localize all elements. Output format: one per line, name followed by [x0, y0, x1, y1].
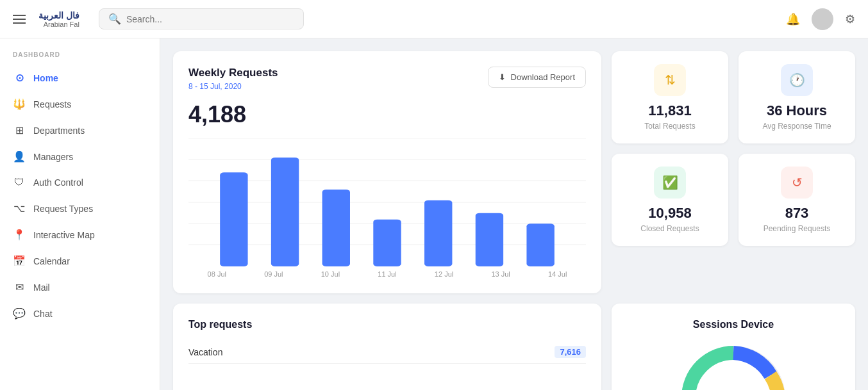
sidebar-item-mail[interactable]: ✉ Mail: [0, 274, 160, 300]
notification-icon[interactable]: 🔔: [786, 12, 800, 26]
chart-date-label: 08 Jul: [208, 270, 226, 278]
managers-icon: 👤: [13, 150, 26, 163]
search-input[interactable]: [126, 14, 294, 24]
search-icon: 🔍: [108, 13, 121, 25]
hamburger-button[interactable]: [13, 15, 26, 24]
stat-card-total-requests: ⇅ 11,831 Total Requests: [612, 51, 728, 143]
bar-5: [476, 213, 503, 266]
pending-requests-icon-wrap: ↺: [781, 167, 813, 199]
sidebar-item-label: Managers: [33, 152, 73, 162]
refresh-icon: ↺: [792, 175, 803, 190]
sidebar-item-managers[interactable]: 👤 Managers: [0, 143, 160, 170]
pending-requests-number: 873: [785, 205, 809, 222]
sessions-device-card: Sessions Device: [612, 304, 855, 390]
download-icon: ⬇: [499, 72, 506, 82]
chart-date-label: 11 Jul: [378, 270, 396, 278]
main-content: Weekly Requests 8 - 15 Jul, 2020 ⬇ Downl…: [160, 38, 868, 390]
chart-area: [188, 138, 586, 266]
total-requests-number: 11,831: [648, 102, 691, 119]
chart-date-label: 14 Jul: [548, 270, 567, 278]
sidebar-item-request-types[interactable]: ⌥ Request Types: [0, 195, 160, 222]
avg-response-icon-wrap: 🕐: [781, 64, 813, 96]
clock-icon: 🕐: [789, 72, 805, 88]
pull-request-icon: ⇅: [665, 72, 676, 88]
sessions-title: Sessions Device: [693, 319, 774, 330]
header-right: 🔔 ⚙: [786, 8, 855, 30]
home-icon: ⊙: [13, 72, 26, 84]
logo-arabic: فال العربية: [38, 10, 79, 20]
settings-icon[interactable]: ⚙: [845, 12, 855, 26]
logo: فال العربية Arabian Fal: [38, 10, 79, 28]
avatar[interactable]: [812, 8, 833, 30]
logo-english: Arabian Fal: [44, 20, 79, 28]
request-types-icon: ⌥: [13, 202, 26, 215]
request-value: 7,616: [555, 346, 586, 358]
avg-response-label: Avg Response Time: [762, 122, 831, 131]
bar-1: [271, 158, 299, 266]
search-box[interactable]: 🔍: [99, 8, 304, 29]
stats-row-1: ⇅ 11,831 Total Requests 🕐 36 Hours Avg R…: [612, 51, 855, 143]
sidebar-item-departments[interactable]: ⊞ Departments: [0, 117, 160, 143]
layout: DASHBOARD ⊙ Home 🔱 Requests ⊞ Department…: [0, 38, 868, 390]
stats-row-2: ✅ 10,958 Closed Requests ↺ 873 Peending …: [612, 154, 855, 246]
top-cards-row: Weekly Requests 8 - 15 Jul, 2020 ⬇ Downl…: [173, 51, 855, 293]
top-requests-card: Top requests Vacation 7,616: [173, 304, 601, 390]
request-name: Vacation: [188, 347, 222, 357]
sidebar-item-label: Chat: [33, 309, 53, 319]
interactive-map-icon: 📍: [13, 229, 26, 241]
top-requests-list: Vacation 7,616: [188, 341, 586, 364]
auth-control-icon: 🛡: [13, 177, 26, 188]
bottom-row: Top requests Vacation 7,616 Sessions Dev…: [173, 304, 855, 390]
bar-4: [424, 200, 452, 266]
bar-3: [373, 220, 401, 266]
weekly-number: 4,188: [188, 101, 586, 128]
sidebar-item-label: Auth Control: [33, 177, 83, 188]
sidebar-item-requests[interactable]: 🔱 Requests: [0, 91, 160, 117]
header: فال العربية Arabian Fal 🔍 🔔 ⚙: [0, 0, 868, 38]
avg-response-number: 36 Hours: [767, 102, 827, 119]
sidebar-item-label: Request Types: [33, 204, 93, 214]
sidebar-item-calendar[interactable]: 📅 Calendar: [0, 248, 160, 274]
calendar-icon: 📅: [13, 255, 26, 267]
weekly-date: 8 - 15 Jul, 2020: [188, 82, 278, 91]
departments-icon: ⊞: [13, 124, 26, 136]
sidebar-item-label: Mail: [33, 282, 50, 293]
top-requests-title: Top requests: [188, 319, 586, 330]
stats-panel: ⇅ 11,831 Total Requests 🕐 36 Hours Avg R…: [612, 51, 855, 293]
sidebar-item-label: Interactive Map: [33, 230, 95, 240]
total-requests-icon-wrap: ⇅: [654, 64, 686, 96]
sidebar-item-label: Departments: [33, 126, 85, 136]
pending-requests-label: Peending Requests: [764, 224, 831, 233]
requests-icon: 🔱: [13, 98, 26, 110]
sidebar-item-label: Calendar: [33, 256, 70, 266]
chart-date-label: 09 Jul: [264, 270, 283, 278]
chart-date-label: 10 Jul: [321, 270, 340, 278]
weekly-title: Weekly Requests: [188, 67, 278, 79]
sidebar-section-label: DASHBOARD: [0, 51, 160, 65]
chart-date-label: 12 Jul: [435, 270, 453, 278]
weekly-header: Weekly Requests 8 - 15 Jul, 2020 ⬇ Downl…: [188, 67, 586, 91]
mail-icon: ✉: [13, 281, 26, 293]
chart-container: 08 Jul09 Jul10 Jul11 Jul12 Jul13 Jul14 J…: [188, 138, 586, 278]
sidebar-item-auth-control[interactable]: 🛡 Auth Control: [0, 170, 160, 195]
sidebar-item-home[interactable]: ⊙ Home: [0, 65, 160, 91]
chart-date-label: 13 Jul: [491, 270, 510, 278]
sidebar-item-chat[interactable]: 💬 Chat: [0, 300, 160, 327]
sessions-donut-chart: [682, 343, 785, 390]
stat-card-closed-requests: ✅ 10,958 Closed Requests: [612, 154, 728, 246]
chat-icon: 💬: [13, 307, 26, 320]
sidebar-item-interactive-map[interactable]: 📍 Interactive Map: [0, 222, 160, 248]
check-circle-icon: ✅: [662, 175, 678, 190]
closed-requests-icon-wrap: ✅: [654, 167, 686, 199]
bar-2: [322, 190, 350, 266]
closed-requests-label: Closed Requests: [640, 224, 699, 233]
sidebar-item-label: Requests: [33, 99, 71, 110]
top-request-item: Vacation 7,616: [188, 341, 586, 364]
sidebar-item-label: Home: [33, 73, 58, 83]
chart-labels: 08 Jul09 Jul10 Jul11 Jul12 Jul13 Jul14 J…: [188, 270, 586, 278]
weekly-requests-card: Weekly Requests 8 - 15 Jul, 2020 ⬇ Downl…: [173, 51, 601, 293]
sidebar: DASHBOARD ⊙ Home 🔱 Requests ⊞ Department…: [0, 38, 160, 390]
total-requests-label: Total Requests: [644, 122, 695, 131]
closed-requests-number: 10,958: [648, 205, 691, 222]
download-report-button[interactable]: ⬇ Download Report: [488, 67, 586, 88]
